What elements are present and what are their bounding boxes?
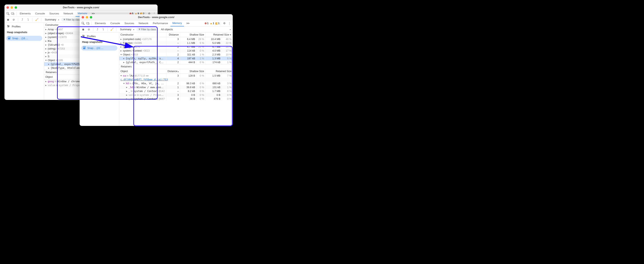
zoom-icon[interactable] <box>90 16 92 18</box>
record-icon[interactable]: ◉ <box>6 18 10 22</box>
warning-count[interactable]: ▲1 <box>210 22 214 25</box>
menu-icon[interactable]: ⋮ <box>227 21 232 26</box>
cell-shallow-pct: 28 % <box>196 37 205 41</box>
objects-dropdown[interactable]: All objects <box>159 28 232 31</box>
table-row[interactable]: ▸_ in system / Context @142–8.2 kB0 %1.7… <box>119 89 233 93</box>
th-distance[interactable]: Distance▴ <box>166 69 180 74</box>
export-icon[interactable]: ⤴ <box>20 18 24 22</box>
filter-placeholder: Filter by class <box>141 28 156 31</box>
cell-retained: 1.3 MB <box>205 56 222 60</box>
cell-constructor: ▾Object ×1618 <box>119 52 166 56</box>
th-shallow[interactable]: Shallow Size <box>180 32 206 37</box>
cell-distance: 4 <box>166 56 180 60</box>
clear-icon[interactable]: ⊘ <box>86 27 91 32</box>
table-row[interactable]: ▸value in system / Property30 B0 %0 B0 % <box>119 93 233 97</box>
svg-point-14 <box>83 36 84 37</box>
table-row[interactable]: ▸{sy1fu, sy2ly, sy39n, sy4fm,4197 kB1 %1… <box>119 56 233 60</box>
traffic-lights <box>82 16 92 18</box>
table-row[interactable]: ▾oa in lKa @177115 ▭3128 B0 %1.5 MB7 % <box>119 74 233 78</box>
view-dropdown[interactable]: Summary <box>118 28 135 31</box>
minimize-icon[interactable] <box>86 16 88 18</box>
filter-icon: ⧩ <box>138 28 140 31</box>
export-icon[interactable]: ⤴ <box>95 27 100 32</box>
gc-icon[interactable]: 🧹 <box>110 27 114 32</box>
table-row[interactable]: ▸system / Context ×3013–114 kB0 %4.0 MB1… <box>119 49 233 52</box>
tab-elements[interactable]: Elements <box>93 20 108 26</box>
svg-rect-2 <box>13 13 14 14</box>
snapshot-item[interactable]: Snap… (22.… <box>81 46 118 50</box>
th-constructor[interactable]: Constructor <box>119 32 166 37</box>
cell-shallow: 36 B <box>180 97 196 101</box>
retainers-table[interactable]: Object Distance▴ Shallow Size Retained S… <box>119 69 233 101</box>
cell-shallow: 8.2 kB <box>180 89 196 93</box>
device-toggle-icon[interactable] <box>10 11 15 16</box>
gc-icon[interactable]: 🧹 <box>34 18 39 22</box>
minimize-icon[interactable] <box>10 6 13 9</box>
close-icon[interactable] <box>6 6 9 9</box>
sidebar-item-profiles[interactable]: Profiles <box>4 24 44 30</box>
th-retained[interactable]: Retained Size▼ <box>205 32 233 37</box>
devtools-window-b: DevTools - www.google.com/ Elements Cons… <box>80 14 233 126</box>
cell-shallow-pct: 0 % <box>196 89 205 93</box>
cell-shallow: 114 kB <box>180 49 196 52</box>
cell-shallow: 197 kB <box>180 56 196 60</box>
settings-icon[interactable]: ⚙ <box>222 21 227 26</box>
cell-distance: 4 <box>166 97 180 101</box>
cell-constructor: ▸value in system / Property <box>119 93 166 97</box>
tab-console[interactable]: Console <box>108 20 122 26</box>
th-shallow[interactable]: Shallow Size <box>180 69 206 74</box>
table-row[interactable]: ▸(string) ×4317024.7 MB20 %4.7 MB20 % <box>119 45 233 49</box>
table-row[interactable]: ▸_ in system / Context @607436 B0 %476 B… <box>119 97 233 101</box>
svg-rect-8 <box>9 38 10 39</box>
cell-distance: 3 <box>166 93 180 97</box>
tabs-overflow[interactable]: >> <box>184 20 192 26</box>
th-distance[interactable]: Distance <box>166 32 180 37</box>
cell-retained: 680 kB <box>205 82 222 85</box>
import-icon[interactable]: ⤵ <box>101 27 106 32</box>
cell-constructor: ▸(string) ×43170 <box>119 45 166 49</box>
clear-icon[interactable]: ⊘ <box>11 18 16 22</box>
filter-input[interactable]: ⧩ Filter by class <box>136 28 158 31</box>
cell-retained-pct: 8 % <box>222 89 233 93</box>
cell-retained-pct: 10 % <box>222 52 233 56</box>
cell-shallow-pct: 1 % <box>196 52 205 56</box>
tab-console[interactable]: Console <box>33 10 47 17</box>
th-object[interactable]: Object <box>119 69 166 74</box>
table-row[interactable]: ▸_hd in Window / www.google139.8 kB0 %13… <box>119 85 233 89</box>
import-icon[interactable]: ⤵ <box>26 18 30 22</box>
table-row[interactable]: c,dtl0hd,eHDfl,YV5bee,d,csi:753 <box>119 78 233 82</box>
tab-network[interactable]: Network <box>62 10 75 17</box>
table-row[interactable]: ▸{global, exportPath_, CLOSUR2444 B0 %17… <box>119 60 233 64</box>
th-retained[interactable]: Retained Size <box>205 69 233 74</box>
tab-elements[interactable]: Elements <box>18 10 33 17</box>
error-count[interactable]: ⊗1 <box>204 22 208 25</box>
cell-constructor: ▸_hd in Window / www.google <box>119 85 166 89</box>
snapshot-item[interactable]: Snap… (16.… <box>6 36 42 41</box>
table-row[interactable]: ▾Object ×16182321 kB1 %2.3 MB10 % <box>119 52 233 56</box>
view-dropdown[interactable]: Summary <box>43 18 60 22</box>
tab-sources[interactable]: Sources <box>122 20 136 26</box>
device-toggle-icon[interactable] <box>86 21 90 26</box>
table-row[interactable]: ▸Function ×34385–1.1 MB5 %5.0 MB22 % <box>119 41 233 45</box>
inspect-icon[interactable] <box>81 21 85 26</box>
tab-performance[interactable]: Performance <box>151 20 170 26</box>
cell-shallow: 321 kB <box>180 52 196 56</box>
constructor-table[interactable]: Constructor Distance Shallow Size Retain… <box>119 32 233 64</box>
cell-retained-pct: 6 % <box>222 56 233 60</box>
sidebar-item-profiles[interactable]: Profiles <box>80 33 119 39</box>
record-icon[interactable]: ◉ <box>81 27 85 32</box>
issue-count[interactable]: ◧1 <box>215 22 220 25</box>
source-link[interactable]: c,dtl0hd,eHDfl,YV5bee,d,csi:753 <box>119 78 233 82</box>
svg-point-4 <box>8 26 9 26</box>
cell-retained-pct: 7 % <box>222 74 233 78</box>
table-row[interactable]: ▾Xd in {FOc, HOa, VC, jo, Sbd298.3 kB0 %… <box>119 82 233 85</box>
inspect-icon[interactable] <box>6 11 10 16</box>
close-icon[interactable] <box>82 16 84 18</box>
tab-network[interactable]: Network <box>137 20 150 26</box>
cell-shallow-pct: 0 % <box>196 82 205 85</box>
tab-memory[interactable]: Memory <box>170 20 184 26</box>
zoom-icon[interactable] <box>14 6 17 9</box>
table-row[interactable]: ▸(compiled code) ×10717636.4 MB28 %10.4 … <box>119 37 233 41</box>
cell-shallow-pct: 20 % <box>196 45 205 49</box>
tab-sources[interactable]: Sources <box>47 10 61 17</box>
